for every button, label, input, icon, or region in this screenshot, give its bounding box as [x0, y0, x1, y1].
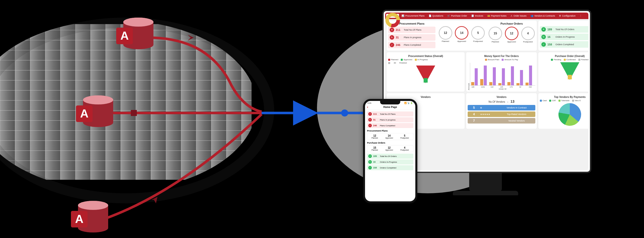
x-axis-labels: 185123114214517332432	[470, 86, 535, 88]
tab-payment-notes[interactable]: 💳 Payment Notes	[486, 14, 508, 18]
svg-point-16	[123, 18, 153, 27]
p-stat-plans-completed: ✓246Plans Completed	[367, 123, 413, 128]
card-top-vendors: Top Vendors By Payments Cast CAT Tolensi…	[538, 93, 588, 129]
ring-po-planned: 15	[489, 27, 502, 40]
p-stat-orders-progress: ↻16Orders In-Progress	[367, 159, 413, 164]
top-nav: 🏠 Home 📊 Procurement Plans 📄 Quotations …	[385, 13, 588, 19]
legend-procurement-status: Planned Approved In Progress	[388, 58, 463, 61]
phone-notch	[380, 101, 400, 104]
p-section-plans: Procurement Plans	[367, 130, 413, 132]
ring-planned: 12	[439, 26, 452, 40]
tab-quotations[interactable]: 📄 Quotations	[427, 14, 445, 18]
card-order-stats: ✕189Total No.Of Orders ↻16Orders In-Prog…	[538, 21, 588, 51]
stat-plans-completed: ✓246Plans Completed	[388, 42, 435, 48]
tab-configuration[interactable]: ⚙ Configuration	[557, 14, 577, 18]
p-stat-plans-progress: ↻31Plans In progress	[367, 117, 413, 122]
funnel-red	[416, 66, 435, 83]
svg-point-27	[78, 201, 108, 210]
p-rings-orders: 15Planned 12Approved 4Postponed	[367, 145, 413, 152]
ring-postponed: 5	[471, 26, 485, 40]
vendor-row-toprated[interactable]: 4 ★★★★★ Top-Rated Vendors	[468, 111, 535, 117]
svg-text:A: A	[75, 212, 83, 225]
stat-orders-inprogress: ↻16Orders In-Progress	[540, 34, 588, 40]
tab-procurement-plans[interactable]: 📊 Procurement Plans	[400, 14, 426, 18]
pie-chart	[558, 103, 581, 126]
tab-order-issues[interactable]: ⚠ Order Issues	[509, 14, 528, 18]
svg-text:A: A	[80, 107, 88, 120]
access-letter: A	[120, 29, 129, 42]
back-icon[interactable]: ‹	[367, 105, 368, 109]
vendor-row-neutral[interactable]: 7 Neutral Vendors	[468, 118, 535, 124]
card-vendors: Vendors No.Of Vendors ↓ 13 5 ✿ Vendors I…	[466, 93, 537, 129]
tab-vendors[interactable]: 👥 Vendors & Contracts	[529, 14, 557, 18]
svg-point-21	[83, 95, 113, 104]
stat-orders-completed: ✓158Orders Completed	[540, 41, 588, 48]
p-stat-total-orders: ✕189Total No.Of Orders	[367, 154, 413, 159]
p-stat-orders-completed: ✓158Orders Completed	[367, 165, 413, 170]
card-procurement-status: Procurement Status (Overall) Planned App…	[387, 52, 465, 92]
tab-purchase-order[interactable]: 🛒 Purchase Order	[446, 14, 469, 18]
card-po-overall: Purchase Order (Overall) Pending Confirm…	[538, 52, 588, 92]
stat-total-orders: ✕189Total No.Of Orders	[540, 26, 588, 33]
p-stat-total-plans: ✕111Total No.Of Plans	[367, 111, 413, 116]
card-procurement-plans: Procurement Plans ✕211Total No.Of Plans …	[387, 21, 537, 51]
phone-header: ‹ Home Page	[365, 104, 415, 110]
p-section-orders: Purchase Orders	[367, 142, 413, 144]
monitor-stand	[469, 172, 502, 191]
ring-po-postponed: 4	[521, 27, 535, 40]
p-rings-plans: 12Planned 14Approved 5Postponed	[367, 133, 413, 140]
vendor-row-contract[interactable]: 5 ✿ Vendors In Contract	[468, 105, 535, 110]
funnel-green	[560, 62, 579, 80]
card-money-spent: Money Spent For The Orders Amount Paid A…	[466, 52, 537, 92]
tab-more[interactable]: ⋮	[578, 14, 583, 18]
monitor-base	[453, 191, 518, 195]
ring-po-approved: 12	[505, 27, 518, 40]
title-purchase-orders: Purchase Orders	[488, 22, 535, 25]
mobile-phone: 6:41📶 📡 🔋 ‹ Home Page ✕111Total No.Of Pl…	[363, 99, 417, 203]
phone-page-title: Home Page	[383, 106, 397, 108]
donut-icon	[385, 13, 400, 28]
tab-invoices[interactable]: 🧾 Invoices	[470, 14, 485, 18]
bar-chart	[470, 63, 535, 86]
stat-plans-inprogress: ↻31Plans In progress	[388, 34, 435, 41]
ring-approved: 14	[455, 26, 468, 40]
